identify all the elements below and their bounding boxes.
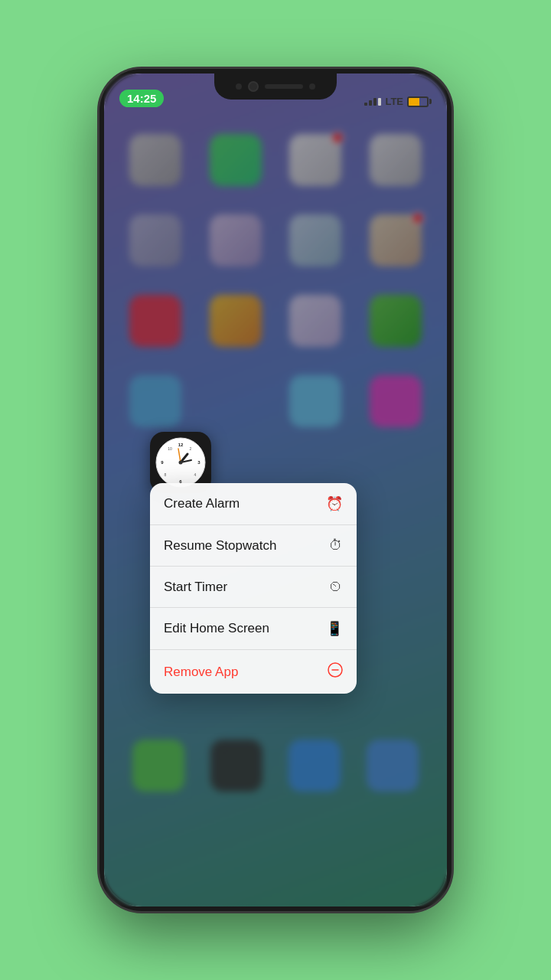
context-menu: Create Alarm ⏰ Resume Stopwatch ⏱ Start …: [150, 483, 357, 694]
signal-bar-1: [364, 103, 367, 106]
lte-label: LTE: [385, 96, 403, 107]
create-alarm-button[interactable]: Create Alarm ⏰: [150, 483, 357, 525]
notch-speaker: [265, 84, 303, 89]
notch-camera: [248, 81, 259, 92]
status-right: LTE: [364, 96, 432, 107]
battery-tip: [429, 99, 432, 104]
status-time: 14:25: [119, 90, 164, 107]
edit-home-screen-label: Edit Home Screen: [164, 621, 269, 636]
remove-app-button[interactable]: Remove App: [150, 650, 357, 694]
svg-text:4: 4: [194, 472, 197, 477]
notch-dot-2: [309, 83, 315, 90]
alarm-icon: ⏰: [326, 495, 343, 512]
resume-stopwatch-button[interactable]: Resume Stopwatch ⏱: [150, 525, 357, 567]
start-timer-button[interactable]: Start Timer ⏲: [150, 567, 357, 608]
phone-frame: 14:25 LTE: [99, 69, 452, 911]
remove-app-label: Remove App: [164, 665, 238, 680]
svg-text:12: 12: [178, 443, 184, 447]
signal-bars: [364, 98, 381, 106]
battery: [407, 96, 432, 107]
create-alarm-label: Create Alarm: [164, 496, 240, 511]
clock-face-svg: 12 3 6 9 10 2 4 8: [155, 437, 206, 488]
svg-point-12: [179, 461, 183, 465]
phone-inner: 14:25 LTE: [104, 74, 447, 906]
notch-dot-1: [236, 83, 242, 90]
start-timer-label: Start Timer: [164, 580, 227, 595]
svg-text:10: 10: [168, 446, 172, 451]
signal-bar-3: [373, 98, 377, 106]
notch: [214, 74, 337, 100]
battery-body: [407, 96, 429, 107]
signal-bar-2: [369, 100, 372, 106]
remove-icon: [328, 662, 343, 681]
resume-stopwatch-label: Resume Stopwatch: [164, 538, 276, 554]
edit-home-screen-button[interactable]: Edit Home Screen 📱: [150, 608, 357, 650]
signal-bar-4: [378, 98, 381, 106]
svg-text:8: 8: [165, 472, 167, 477]
stopwatch-icon: ⏱: [329, 537, 343, 554]
timer-icon: ⏲: [329, 579, 343, 595]
svg-text:2: 2: [190, 446, 192, 451]
home-screen-icon: 📱: [326, 620, 343, 637]
battery-fill: [409, 98, 419, 106]
